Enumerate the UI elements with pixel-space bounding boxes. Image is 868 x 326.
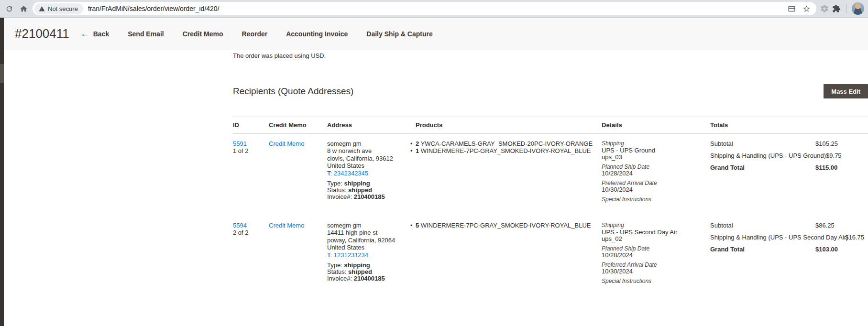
extensions-puzzle-icon[interactable]	[832, 4, 841, 13]
col-header-totals: Totals	[710, 117, 868, 134]
address-street: 8 w norwich ave	[327, 147, 407, 154]
order-actions: ← Back Send Email Credit Memo Reorder Ac…	[81, 30, 433, 38]
status-label: Status:	[327, 186, 346, 194]
daily-ship-capture-button[interactable]: Daily Ship & Capture	[366, 30, 432, 38]
shipping-method: UPS - UPS Ground	[602, 147, 706, 154]
product-item: 5 WINDERMERE-7PC-GRAY_SMOKED-IVORY-ROYAL…	[410, 222, 598, 229]
col-header-id: ID	[233, 117, 269, 134]
col-header-details: Details	[602, 117, 710, 134]
products-list: 2 YWCA-CARAMELS-GRAY_SMOKED-20PC-IVORY-O…	[410, 140, 598, 155]
total-subtotal: Subtotal $86.25	[710, 222, 864, 229]
planned-ship-date-label: Planned Ship Date	[602, 245, 706, 252]
credit-memo-button[interactable]: Credit Memo	[183, 30, 223, 38]
security-label: Not secure	[48, 5, 78, 12]
quote-address-id-link[interactable]: 5594	[233, 222, 247, 229]
order-content: The order was placed using USD. Recipien…	[233, 50, 868, 297]
address-name: somegm gm	[327, 222, 407, 229]
shipping-label: Shipping	[602, 222, 706, 229]
row-position: 2 of 2	[233, 229, 265, 236]
phone-link[interactable]: 1231231234	[334, 251, 368, 259]
bookmark-star-icon[interactable]	[802, 5, 811, 13]
back-button[interactable]: ← Back	[81, 30, 109, 38]
address-country: United States	[327, 162, 407, 169]
planned-ship-date: 10/28/2024	[602, 252, 706, 259]
accounting-invoice-button[interactable]: Accounting Invoice	[286, 30, 348, 38]
phone-label: T:	[327, 251, 332, 259]
invoice-label: Invoice#:	[327, 193, 352, 200]
phone-link[interactable]: 2342342345	[334, 170, 368, 177]
address-country: United States	[327, 244, 407, 251]
preferred-arrival-date-label: Preferred Arrival Date	[602, 180, 706, 187]
reload-button[interactable]	[2, 1, 16, 16]
type-label: Type:	[327, 180, 342, 187]
address-city: poway, California, 92064	[327, 237, 407, 244]
mass-edit-button[interactable]: Mass Edit	[824, 84, 868, 98]
currency-notice: The order was placed using USD.	[233, 52, 868, 59]
product-sku: YWCA-CARAMELS-GRAY_SMOKED-20PC-IVORY-ORA…	[421, 140, 593, 147]
status-label: Status:	[327, 268, 346, 275]
toolbar-divider	[846, 4, 846, 13]
phone-label: T:	[327, 170, 332, 177]
shipping-method: UPS - UPS Second Day Air	[602, 229, 706, 236]
order-number: #2100411	[15, 26, 69, 41]
table-row: 5591 1 of 2 Credit Memo somegm gm 8 w no…	[233, 134, 868, 216]
invoice-value: 210400185	[354, 193, 385, 200]
invoice-value: 210400185	[354, 275, 385, 282]
product-qty: 2	[416, 140, 419, 147]
order-page-header: #2100411 ← Back Send Email Credit Memo R…	[4, 18, 868, 50]
preferred-arrival-date: 10/30/2024	[602, 186, 706, 194]
send-email-button[interactable]: Send Email	[128, 30, 164, 38]
status-value: shipped	[348, 186, 372, 194]
col-header-address: Address	[327, 117, 410, 134]
product-sku: WINDERMERE-7PC-GRAY_SMOKED-IVORY-ROYAL_B…	[421, 147, 591, 154]
profile-avatar[interactable]	[852, 2, 864, 15]
row-position: 1 of 2	[233, 147, 265, 154]
quote-address-id-link[interactable]: 5591	[233, 140, 247, 147]
admin-sidebar-strip[interactable]	[0, 18, 4, 326]
payment-card-icon[interactable]	[788, 5, 796, 13]
recipients-section-title: Recipients (Quote Addresses)	[233, 86, 353, 97]
total-grand: Grand Total $115.00	[710, 164, 864, 172]
type-label: Type:	[327, 261, 342, 269]
product-sku: WINDERMERE-7PC-GRAY_SMOKED-IVORY-ROYAL_B…	[421, 222, 591, 229]
home-button[interactable]	[16, 1, 31, 16]
shipping-label: Shipping	[602, 140, 706, 147]
credit-memo-link[interactable]: Credit Memo	[269, 222, 304, 229]
home-icon	[20, 5, 28, 13]
reload-icon	[5, 5, 13, 13]
url-bar[interactable]: Not secure fran/FrAdMiN/sales/order/view…	[33, 2, 816, 15]
product-qty: 5	[416, 222, 419, 229]
invoice-label: Invoice#:	[327, 275, 352, 282]
preferred-arrival-date-label: Preferred Arrival Date	[602, 261, 706, 269]
recipients-table: ID Credit Memo Address Products Details …	[233, 117, 868, 297]
back-arrow-icon: ←	[81, 30, 89, 38]
site-security-chip[interactable]: Not secure	[34, 3, 83, 14]
sidebar-active-item-marker	[0, 64, 4, 83]
status-value: shipped	[348, 268, 372, 275]
address-city: clovis, California, 93612	[327, 155, 407, 162]
special-instructions-label: Special Instructions	[602, 278, 706, 285]
total-shipping: Shipping & Handling (UPS - UPS Second Da…	[710, 234, 864, 241]
planned-ship-date-label: Planned Ship Date	[602, 163, 706, 171]
back-label: Back	[93, 30, 109, 38]
address-name: somegm gm	[327, 140, 407, 147]
product-item: 2 YWCA-CARAMELS-GRAY_SMOKED-20PC-IVORY-O…	[410, 140, 598, 147]
reorder-button[interactable]: Reorder	[242, 30, 267, 38]
credit-memo-link[interactable]: Credit Memo	[269, 140, 304, 147]
url-text[interactable]: fran/FrAdMiN/sales/order/view/order_id/4…	[88, 5, 788, 12]
total-grand: Grand Total $103.00	[710, 246, 864, 253]
col-header-credit-memo: Credit Memo	[269, 117, 327, 134]
total-shipping: Shipping & Handling (UPS - UPS Ground) $…	[710, 152, 864, 160]
type-value: shipping	[344, 180, 370, 187]
type-value: shipping	[344, 261, 370, 269]
table-row: 5594 2 of 2 Credit Memo somegm gm 14411 …	[233, 216, 868, 297]
special-instructions-label: Special Instructions	[602, 196, 706, 203]
address-street: 14411 high pine st	[327, 229, 407, 236]
preferred-arrival-date: 10/30/2024	[602, 268, 706, 275]
col-header-products: Products	[410, 117, 602, 134]
shipping-method-code: ups_03	[602, 154, 706, 161]
disabled-extension-icon	[820, 4, 829, 13]
product-qty: 1	[416, 147, 419, 154]
browser-toolbar: Not secure fran/FrAdMiN/sales/order/view…	[0, 0, 868, 18]
product-item: 1 WINDERMERE-7PC-GRAY_SMOKED-IVORY-ROYAL…	[410, 147, 598, 154]
